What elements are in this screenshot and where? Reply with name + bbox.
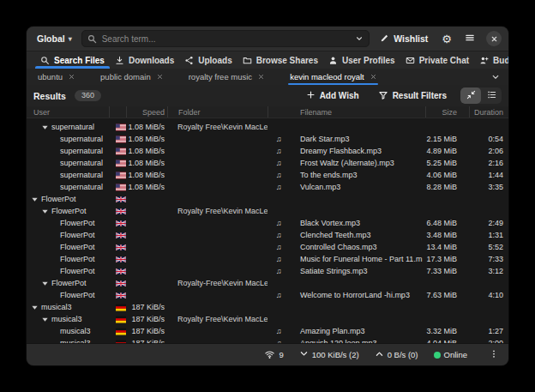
result-filters-button[interactable]: Result Filters <box>373 88 452 104</box>
speed-value: 187 KiB/s <box>126 301 167 313</box>
close-tab-icon[interactable] <box>258 74 264 80</box>
result-row[interactable]: musical3187 KiB/s <box>27 301 508 313</box>
result-row[interactable]: FlowerPot♫Controlled Chaos.mp313.4 MiB5:… <box>27 241 508 253</box>
search-tab-kevin-macleod-royalt[interactable]: kevin macleod royalt <box>290 69 376 85</box>
music-note-icon: ♫ <box>268 289 290 301</box>
tab-browse-shares[interactable]: Browse Shares <box>237 51 323 69</box>
result-row[interactable]: FlowerPot♫Welcome to HorrorLand -hi.mp37… <box>27 289 508 301</box>
folder-path <box>167 253 268 265</box>
result-row[interactable]: musical3187 KiB/s♫Anguish 120 loop.mp34.… <box>27 337 508 343</box>
user-name: musical3 <box>51 313 82 325</box>
column-header-speed[interactable]: Speed <box>126 106 167 118</box>
filename <box>290 301 425 313</box>
tab-label: Browse Shares <box>256 56 318 65</box>
size-value: 4.04 MiB <box>425 337 469 343</box>
result-row[interactable]: supernatural1.08 MiB/s♫To the ends.mp34.… <box>27 169 508 181</box>
filename: Clenched Teeth.mp3 <box>290 229 425 241</box>
tab-label: Downloads <box>129 56 174 65</box>
add-wish-button[interactable]: Add Wish <box>301 88 364 103</box>
result-row[interactable]: FlowerPot♫Music for Funeral Home - Part … <box>27 253 508 265</box>
column-header-country[interactable] <box>109 106 126 118</box>
result-row[interactable]: FlowerPot♫Clenched Teeth.mp33.48 MiB1:31 <box>27 229 508 241</box>
filename: Satiate Strings.mp3 <box>290 265 425 277</box>
close-tab-icon[interactable] <box>69 74 75 80</box>
tab-overflow-button[interactable] <box>488 69 503 85</box>
expander-icon[interactable] <box>41 280 49 287</box>
menu-button[interactable] <box>461 31 478 46</box>
kebab-menu-button[interactable] <box>488 348 500 361</box>
result-row[interactable]: musical3187 KiB/s♫Amazing Plan.mp33.32 M… <box>27 325 508 337</box>
close-tab-icon[interactable] <box>157 74 163 80</box>
user-cell: FlowerPot <box>27 217 109 229</box>
expander-icon[interactable] <box>41 316 49 323</box>
column-header-folder[interactable]: Folder <box>167 106 268 118</box>
expander-icon[interactable] <box>41 124 49 131</box>
filename: To the ends.mp3 <box>290 169 425 181</box>
user-name: FlowerPot <box>60 229 95 241</box>
search-icon <box>40 56 50 65</box>
tab-private-chat[interactable]: Private Chat <box>400 51 474 69</box>
search-tab-royalty-free-music[interactable]: royalty free music <box>189 69 264 85</box>
user-cell: supernatural <box>27 145 109 157</box>
list-view-button[interactable] <box>481 87 502 104</box>
tab-buddies[interactable]: Buddies <box>474 51 509 69</box>
search-tab-public-domain[interactable]: public domain <box>100 69 163 85</box>
folder-path <box>167 325 268 337</box>
duration-value: 3:12 <box>469 265 508 277</box>
result-row[interactable]: FlowerPot♫Satiate Strings.mp37.33 MiB3:1… <box>27 265 508 277</box>
tab-downloads[interactable]: Downloads <box>110 51 179 69</box>
result-row[interactable]: supernatural1.08 MiB/s♫Dreamy Flashback.… <box>27 145 508 157</box>
result-row[interactable]: FlowerPot <box>27 193 508 205</box>
tab-label: Private Chat <box>419 56 469 65</box>
search-dropdown-button[interactable] <box>355 34 364 43</box>
tab-search-files[interactable]: Search Files <box>35 51 110 69</box>
chevron-down-icon <box>299 349 309 360</box>
upload-rate-status[interactable]: 0 B/s (0) <box>375 349 418 360</box>
filetype-cell <box>268 301 290 313</box>
duration-value: 3:35 <box>469 181 508 193</box>
duration-value: 0:54 <box>469 133 508 145</box>
column-header-filetype[interactable] <box>268 106 290 118</box>
user-name: musical3 <box>60 337 91 343</box>
tab-uploads[interactable]: Uploads <box>179 51 237 69</box>
tab-label: User Profiles <box>342 56 395 65</box>
close-button[interactable] <box>486 31 502 46</box>
collapse-all-button[interactable] <box>460 87 481 104</box>
expander-icon[interactable] <box>31 304 39 311</box>
result-row[interactable]: supernatural1.08 MiB/sRoyalty Free\Kevin… <box>27 121 508 133</box>
search-scope-button[interactable]: Global ▾ <box>33 32 75 45</box>
result-row[interactable]: FlowerPotRoyalty Free\Kevin MacLeod\Musi… <box>27 205 508 217</box>
expander-icon[interactable] <box>41 208 49 215</box>
user-name: musical3 <box>60 325 91 337</box>
result-row[interactable]: FlowerPotRoyalty-Free\Kevin MacLeod\Musi… <box>27 277 508 289</box>
search-input[interactable]: Search term... <box>81 30 370 47</box>
column-header-duration[interactable]: Duration <box>469 106 509 118</box>
column-header-filename[interactable]: Filename <box>290 106 425 118</box>
close-tab-icon[interactable] <box>370 74 376 80</box>
expander-icon[interactable] <box>31 196 39 203</box>
gb-flag-icon <box>109 265 126 277</box>
speed-value: 187 KiB/s <box>126 337 167 343</box>
column-header-user[interactable]: User <box>27 106 109 118</box>
preferences-button[interactable]: ⚙ <box>438 32 455 46</box>
result-row[interactable]: supernatural1.08 MiB/s♫Dark Star.mp32.15… <box>27 133 508 145</box>
search-tab-ubuntu[interactable]: ubuntu <box>38 69 75 85</box>
folder-path <box>167 289 268 301</box>
connections-status[interactable]: 9 <box>264 349 283 361</box>
user-name: supernatural <box>51 121 94 133</box>
us-flag-icon <box>109 181 126 193</box>
user-cell: FlowerPot <box>27 253 109 265</box>
result-row[interactable]: FlowerPot♫Black Vortex.mp36.48 MiB2:49 <box>27 217 508 229</box>
result-row[interactable]: supernatural1.08 MiB/s♫Frost Waltz (Alte… <box>27 157 508 169</box>
online-status[interactable]: Online <box>434 350 467 359</box>
gb-flag-icon <box>109 289 126 301</box>
result-row[interactable]: supernatural1.08 MiB/s♫Vulcan.mp38.28 Mi… <box>27 181 508 193</box>
wishlist-button[interactable]: Wishlist <box>376 32 432 46</box>
tab-user-profiles[interactable]: User Profiles <box>323 51 400 69</box>
tab-label: Buddies <box>493 56 509 65</box>
column-header-size[interactable]: Size <box>425 106 469 118</box>
de-flag-icon <box>109 301 126 313</box>
result-row[interactable]: musical3187 KiB/sRoyalty Free\Kevin MacL… <box>27 313 508 325</box>
duration-value: 4:10 <box>469 289 508 301</box>
download-rate-status[interactable]: 100 KiB/s (2) <box>299 349 359 360</box>
